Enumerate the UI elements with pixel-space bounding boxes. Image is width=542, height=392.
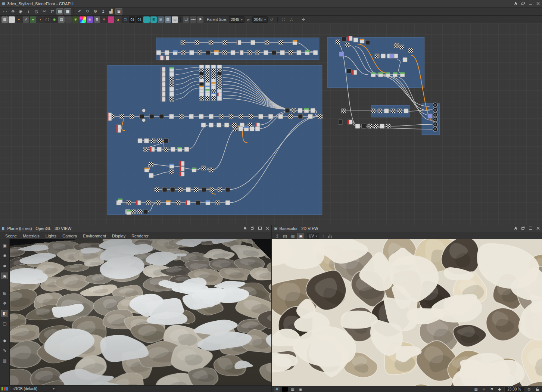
hsl-node-icon[interactable]: [108, 16, 114, 23]
splatter-node-icon[interactable]: ∵: [65, 16, 72, 23]
menu-display[interactable]: Display: [109, 232, 128, 240]
menu-lights[interactable]: Lights: [43, 232, 59, 240]
curve-node-icon[interactable]: ◉: [51, 16, 57, 23]
background-swatch[interactable]: [282, 387, 288, 392]
warning-node-icon[interactable]: ▲: [115, 16, 121, 23]
crop-node-icon[interactable]: ▢: [122, 16, 128, 23]
close-icon[interactable]: [536, 226, 540, 231]
mirror-icon[interactable]: ⚑: [489, 387, 495, 392]
menu-camera[interactable]: Camera: [59, 232, 80, 240]
uv-mode-dropdown[interactable]: UV ▾: [307, 233, 319, 239]
grid-toggle-icon[interactable]: ▦: [473, 387, 479, 392]
zoom-level-field[interactable]: 23.00 %: [504, 386, 524, 392]
maximize-icon[interactable]: [258, 226, 262, 231]
lock-icon[interactable]: [534, 387, 540, 392]
frame-all-icon[interactable]: ▭: [1, 8, 9, 15]
levels-node-icon[interactable]: ◯: [44, 16, 50, 23]
light-icon[interactable]: ✺: [1, 252, 8, 259]
stats-icon[interactable]: ▥: [1, 357, 8, 364]
screenshot-icon[interactable]: ◉: [17, 8, 24, 15]
menu-scene[interactable]: Scene: [2, 232, 20, 240]
instance-params-icon[interactable]: ∷: [280, 16, 287, 23]
value-01-node-icon[interactable]: 01: [129, 16, 136, 23]
reroute-icon[interactable]: ⇄: [49, 8, 56, 15]
image-preview-icon[interactable]: ▣: [298, 387, 303, 392]
parent-size-height-dropdown[interactable]: 2048 ▾: [252, 16, 268, 23]
dot-node-icon[interactable]: ‒•‒: [190, 16, 196, 23]
hsl-droplet-node-icon[interactable]: ◑: [37, 16, 43, 23]
tiling-icon[interactable]: ▦: [290, 387, 296, 392]
tile-sampler-node-icon[interactable]: ⊞: [94, 16, 100, 23]
snap-grid-icon[interactable]: ⊞: [115, 8, 122, 15]
uniform-color-node-icon[interactable]: ◉: [87, 16, 93, 23]
stone-floor-mesh[interactable]: [9, 239, 271, 385]
slate-node-icon[interactable]: ▣: [158, 16, 164, 23]
cut-links-icon[interactable]: ✂: [41, 8, 48, 15]
comment-icon[interactable]: ❏: [183, 16, 189, 23]
height-blend-node-icon[interactable]: ▥: [165, 16, 171, 23]
vegetation-node-icon[interactable]: ✾: [72, 16, 79, 23]
size-reset-button[interactable]: ↺: [268, 16, 275, 23]
gradient-node-icon[interactable]: ▰: [30, 16, 36, 23]
normal-combine-node-icon[interactable]: ⊞: [150, 16, 157, 23]
graph-params-icon[interactable]: ∴: [288, 16, 295, 23]
view3d-viewport[interactable]: [9, 239, 271, 385]
bitmap-node-icon[interactable]: ▦: [1, 16, 8, 23]
node-graph[interactable]: [0, 23, 542, 225]
graph-titlebar[interactable]: ▦ 3dex_Stylized_StoneFloor - GRAPH: [0, 0, 542, 7]
snap-settings-icon[interactable]: ✛: [300, 16, 307, 23]
view2d-content[interactable]: [272, 239, 542, 386]
colorspace-dropdown[interactable]: sRGB (default) ▾: [11, 386, 56, 392]
information-icon[interactable]: i: [320, 233, 327, 239]
float-window-icon[interactable]: [250, 226, 255, 231]
annotate-icon[interactable]: ✎: [1, 347, 8, 354]
chart-icon[interactable]: ▟: [108, 8, 115, 15]
menu-renderer[interactable]: Renderer: [128, 232, 152, 240]
rotate-icon[interactable]: ↻: [84, 8, 91, 15]
float-window-icon[interactable]: [521, 226, 525, 231]
maximize-icon[interactable]: [528, 1, 533, 6]
uv-grid-icon[interactable]: ⊞: [1, 290, 8, 296]
pin-node-icon[interactable]: ⚑: [197, 16, 203, 23]
display-compact-icon[interactable]: ▤: [56, 8, 63, 15]
multi-switch-node-icon[interactable]: ❖: [101, 16, 107, 23]
zoom-fit-icon[interactable]: ⊕: [526, 387, 532, 392]
histogram-icon[interactable]: [328, 234, 331, 238]
shuffle-node-icon[interactable]: ⇄: [23, 16, 29, 23]
hsl-wheel-node-icon[interactable]: [80, 16, 86, 23]
pin-icon[interactable]: [243, 226, 247, 231]
display-full-icon[interactable]: ▦: [64, 8, 71, 15]
maximize-icon[interactable]: [528, 226, 533, 231]
display-settings-icon[interactable]: ▣: [1, 242, 8, 249]
float-window-icon[interactable]: [521, 1, 525, 6]
info-icon[interactable]: i: [25, 8, 32, 15]
parent-size-width-dropdown[interactable]: 2048 ▾: [229, 16, 244, 23]
copy-image-icon[interactable]: ▥: [289, 233, 296, 239]
frame-node-icon[interactable]: ▭: [172, 16, 178, 23]
svg-node-icon[interactable]: [9, 16, 15, 23]
material-icon[interactable]: ◆: [1, 337, 8, 344]
pixel-grid-icon[interactable]: ✛: [481, 387, 487, 392]
premult-icon[interactable]: ◆: [496, 387, 502, 392]
value-01b-node-icon[interactable]: 01: [136, 16, 143, 23]
transform-gizmo-icon[interactable]: ✥: [1, 300, 8, 307]
export-icon[interactable]: ↥: [100, 8, 107, 15]
focus-icon[interactable]: ◎: [33, 8, 40, 15]
size-link-toggle[interactable]: ∞: [245, 16, 252, 23]
transform-icon[interactable]: ↶: [76, 8, 83, 15]
pin-icon[interactable]: [513, 1, 518, 6]
wireframe-icon[interactable]: ▢: [1, 320, 8, 327]
view3d-titlebar[interactable]: ◧ Plane (hi-res) - OpenGL - 3D VIEW: [0, 225, 271, 232]
channels-icon[interactable]: ❖: [274, 387, 280, 392]
geometry-icon[interactable]: ◧: [1, 310, 8, 317]
graph-canvas[interactable]: [0, 23, 542, 225]
camera-icon[interactable]: ◉: [1, 273, 8, 279]
normal-node-icon[interactable]: [143, 16, 150, 23]
tile-node-icon[interactable]: ▤: [58, 16, 65, 23]
blur-node-icon[interactable]: ●: [16, 16, 22, 23]
close-icon[interactable]: [265, 226, 270, 231]
menu-materials[interactable]: Materials: [20, 232, 43, 240]
close-icon[interactable]: [536, 1, 540, 6]
pan-tool-icon[interactable]: ✥: [9, 8, 16, 15]
show-image-icon[interactable]: ▣: [297, 233, 304, 239]
